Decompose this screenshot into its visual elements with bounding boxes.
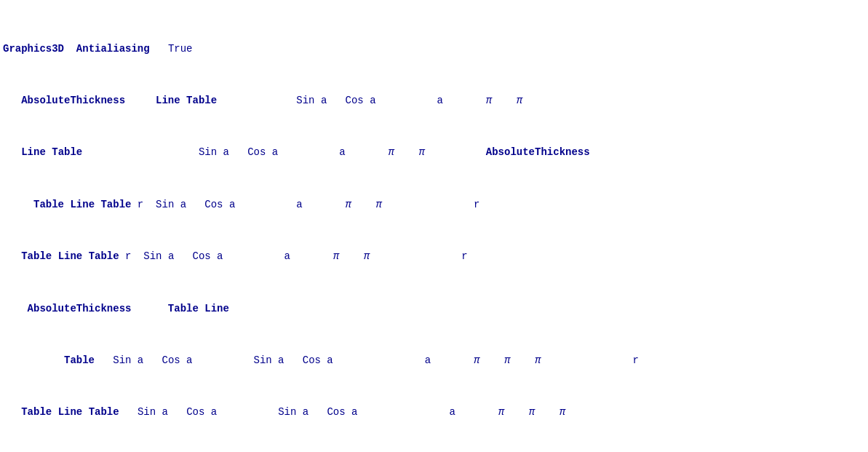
sin-a-1: Sin a [296, 95, 327, 106]
sin-a-2: Sin a [199, 146, 229, 158]
line-6: AbsoluteThickness Table Line [3, 301, 865, 318]
cos-a-8: Cos a [327, 406, 357, 418]
table-6-kw: Table [89, 250, 119, 262]
sin-a-7: Sin a [138, 406, 168, 418]
line-2-kw: Line [21, 146, 46, 158]
table-1-kw: Table [186, 95, 217, 106]
line-7: Table Sin a Cos a Sin a Cos a a π π π r [3, 352, 865, 370]
table-4-kw: Table [100, 199, 131, 210]
line-1-kw: Line [156, 95, 180, 106]
line-5: Table Line Table r Sin a Cos a a π π r [3, 248, 865, 266]
cos-a-2: Cos a [247, 146, 278, 158]
cos-a-5: Cos a [162, 354, 192, 366]
line-5-kw: Line [204, 303, 229, 314]
line-4-kw: Line [58, 250, 83, 262]
pi-8: π [364, 250, 370, 262]
line-1: Graphics3D Antialiasing True [3, 41, 865, 58]
sin-a-6: Sin a [254, 354, 284, 366]
pi-4: π [418, 146, 424, 158]
line-3: Line Table Sin a Cos a a π π AbsoluteThi… [3, 144, 865, 162]
sin-a-3: Sin a [156, 199, 186, 210]
abs-thickness-2: AbsoluteThickness [486, 146, 590, 158]
table-10-kw: Table [89, 406, 119, 418]
abs-thickness-3: AbsoluteThickness [28, 303, 132, 314]
cos-a-1: Cos a [346, 95, 376, 106]
pi-3: π [388, 146, 394, 158]
cos-a-3: Cos a [204, 199, 235, 210]
table-7-kw: Table [168, 303, 199, 314]
sin-a-5: Sin a [113, 354, 143, 366]
pi-7: π [333, 250, 339, 262]
graphics3d-keyword: Graphics3D [3, 43, 64, 55]
table-3-kw: Table [33, 199, 64, 210]
antialiasing-keyword: Antialiasing [76, 43, 150, 55]
code-block: Graphics3D Antialiasing True AbsoluteThi… [0, 0, 868, 452]
pi-11: π [535, 354, 541, 366]
line-6-kw: Line [58, 406, 83, 418]
pi-12: π [498, 406, 504, 418]
true-value: True [168, 43, 193, 55]
table-2-kw: Table [52, 146, 82, 158]
line-4: Table Line Table r Sin a Cos a a π π r [3, 197, 865, 214]
pi-2: π [517, 95, 522, 106]
cos-a-7: Cos a [186, 406, 217, 418]
table-8-kw: Table [64, 354, 95, 366]
table-5-kw: Table [21, 250, 52, 262]
pi-13: π [529, 406, 535, 418]
pi-5: π [346, 199, 351, 210]
pi-6: π [376, 199, 382, 210]
sin-a-8: Sin a [278, 406, 308, 418]
pi-9: π [474, 354, 479, 366]
cos-a-6: Cos a [303, 354, 333, 366]
abs-thickness-1: AbsoluteThickness [21, 95, 125, 106]
cos-a-4: Cos a [193, 250, 223, 262]
pi-10: π [504, 354, 510, 366]
sin-a-4: Sin a [143, 250, 174, 262]
table-9-kw: Table [21, 406, 52, 418]
line-2: AbsoluteThickness Line Table Sin a Cos a… [3, 92, 865, 110]
pi-14: π [560, 406, 565, 418]
pi-1: π [486, 95, 492, 106]
line-3-kw: Line [70, 199, 95, 210]
line-8: Table Line Table Sin a Cos a Sin a Cos a… [3, 404, 865, 421]
